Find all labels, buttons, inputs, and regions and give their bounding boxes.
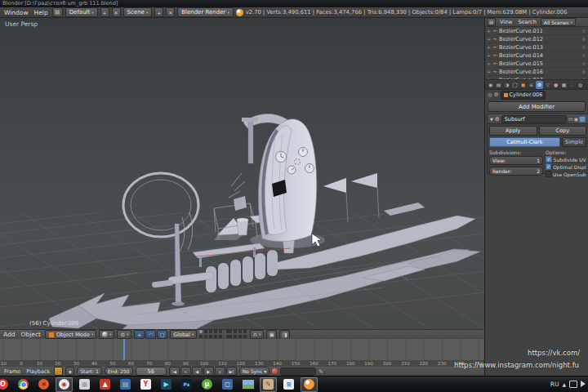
layer-dot[interactable] (214, 330, 217, 333)
orientation-selector[interactable]: Global ▾ (170, 330, 197, 339)
timeline-track[interactable] (0, 339, 484, 361)
snap-selector[interactable]: ∪ ▾ (250, 330, 264, 339)
file-manager-icon[interactable]: ▤ (117, 377, 134, 392)
restrict-icon[interactable] (582, 46, 586, 49)
modifier-name-field[interactable]: Subsurf (501, 115, 567, 123)
menu-object[interactable]: Object (20, 331, 42, 338)
pin-icon[interactable]: ◎ (488, 91, 492, 98)
layer-dot[interactable] (214, 335, 217, 338)
start-frame-field[interactable]: Start: 1 (77, 367, 102, 376)
render-subdivisions-slider[interactable]: Render: 2 (489, 167, 543, 176)
outliner-item[interactable]: +~BezierCurve.016 (485, 68, 588, 76)
view-subdivisions-slider[interactable]: View: 1 (489, 156, 543, 165)
modifier-option[interactable]: ✓Subdivide UVs (546, 156, 586, 163)
record-button[interactable] (272, 368, 278, 374)
outliner-editor-icon[interactable]: ▤ (487, 18, 496, 26)
layer-dot[interactable] (238, 330, 242, 333)
render-engine-selector[interactable]: Blender Render▾ (177, 7, 234, 17)
layer-dot[interactable] (219, 330, 222, 333)
modifiers-tab[interactable]: ⚙ (536, 81, 543, 89)
layer-dot[interactable] (243, 335, 247, 338)
constraints-tab[interactable]: ≡ (528, 81, 535, 89)
rotate-manipulator-button[interactable]: ◠ (145, 330, 156, 339)
layer-dot[interactable] (243, 330, 247, 333)
outliner-scope-selector[interactable]: All Scenes ▾ (541, 18, 576, 26)
current-frame-cursor[interactable] (123, 339, 125, 360)
messenger-icon[interactable]: ◻ (219, 377, 236, 392)
expand-triangle-icon[interactable]: ▼ (490, 117, 493, 122)
lock-icon[interactable]: ▪ (65, 367, 74, 376)
3d-viewport[interactable]: User Persp (56) Cylinder.006 (0, 18, 484, 329)
end-frame-field[interactable]: End: 250 (105, 367, 133, 376)
photos-icon[interactable] (239, 377, 256, 392)
outliner-item[interactable]: +~BezierCurve.015 (485, 60, 588, 68)
scene-selector[interactable]: Scene▾ (123, 7, 153, 17)
volume-tray-icon[interactable] (581, 381, 586, 387)
playback-button-1[interactable]: « (180, 367, 191, 376)
outliner-menu-view[interactable]: View (498, 19, 514, 25)
layer-dot[interactable] (238, 335, 242, 338)
camera-app-icon[interactable]: ◎ (76, 377, 93, 392)
current-frame-field[interactable]: 56 (136, 367, 167, 376)
outliner-item[interactable]: +~BezierCurve.014 (485, 51, 588, 60)
menu-add[interactable]: Add (2, 331, 17, 338)
restrict-icon[interactable] (582, 70, 586, 74)
shading-selector[interactable]: ▾ (99, 330, 114, 339)
material-tab[interactable]: ● (552, 81, 559, 89)
photoshop-icon[interactable]: Ps (178, 377, 195, 392)
expand-icon[interactable]: + (487, 60, 491, 66)
language-indicator[interactable]: RU (550, 381, 559, 388)
modifier-option[interactable]: Use OpenSubdiv (546, 171, 586, 177)
render-layers-tab[interactable]: ▤ (495, 81, 502, 89)
recorder-icon[interactable]: ◉ (56, 377, 73, 392)
chrome-icon[interactable] (15, 377, 32, 392)
expand-icon[interactable]: + (487, 44, 491, 50)
timeline-menu-playback[interactable]: Playback (24, 368, 51, 375)
outliner-menu-search[interactable]: Search (516, 19, 537, 25)
restrict-icon[interactable] (582, 54, 586, 57)
layer-dot[interactable] (234, 330, 237, 333)
expand-icon[interactable]: + (487, 52, 491, 58)
physics-tab[interactable]: ◍ (577, 81, 584, 89)
editmode-visibility-icon[interactable] (579, 116, 586, 122)
media-player-icon[interactable]: ▶ (158, 377, 175, 392)
insert-keyframe-icon[interactable]: ✎ (318, 368, 323, 375)
blender-icon[interactable] (301, 377, 318, 392)
mode-selector[interactable]: Object Mode ▾ (45, 330, 96, 339)
layer-dot[interactable] (229, 330, 232, 333)
add-scene-button[interactable]: + (154, 7, 163, 17)
yandex-browser-icon[interactable]: Y (137, 377, 154, 392)
playback-button-2[interactable]: ◀ (192, 367, 203, 376)
expand-icon[interactable]: + (487, 69, 491, 74)
layer-dot[interactable] (234, 335, 237, 338)
playback-button-3[interactable]: ▶ (203, 367, 214, 376)
acrobat-icon[interactable]: ▲ (96, 377, 114, 392)
world-tab[interactable]: ◯ (511, 81, 519, 89)
tray-expand-icon[interactable]: ▲ (562, 381, 566, 387)
outliner-item[interactable]: +~BezierCurve.012 (485, 35, 588, 43)
viewport-visibility-icon[interactable]: ◉ (574, 116, 578, 122)
layer-dot[interactable] (204, 330, 207, 333)
sync-selector[interactable]: No Sync ▾ (239, 367, 270, 376)
add-layout-button[interactable]: + (100, 7, 109, 17)
apply-button[interactable]: Apply (489, 126, 537, 136)
restrict-icon[interactable] (582, 29, 586, 33)
layer-dot[interactable] (229, 335, 232, 338)
expand-icon[interactable]: + (487, 36, 491, 42)
layer-dot[interactable] (204, 335, 207, 338)
editor-icon[interactable]: ≡ (280, 377, 297, 392)
restrict-icon[interactable] (582, 62, 586, 65)
playback-button-5[interactable]: ▶| (226, 367, 237, 376)
object-tab[interactable]: ◼ (519, 81, 527, 89)
menu-help[interactable]: Help (33, 9, 50, 16)
translate-manipulator-button[interactable]: + (134, 330, 145, 339)
catmull-clark-button[interactable]: Catmull-Clark (489, 137, 560, 147)
screen-layout-icon[interactable]: ▤ (52, 7, 63, 17)
close-layout-button[interactable]: ✕ (112, 7, 121, 17)
render-anim-button[interactable]: ◨ (279, 330, 290, 340)
context-object-chip[interactable]: Cylinder.006 (501, 91, 546, 100)
outliner-item[interactable]: +~BezierCurve.013 (485, 43, 588, 51)
media-wheel-icon[interactable]: ∗ (35, 377, 52, 392)
preview-range-icon[interactable] (54, 367, 63, 376)
add-modifier-button[interactable]: Add Modifier (488, 101, 586, 112)
